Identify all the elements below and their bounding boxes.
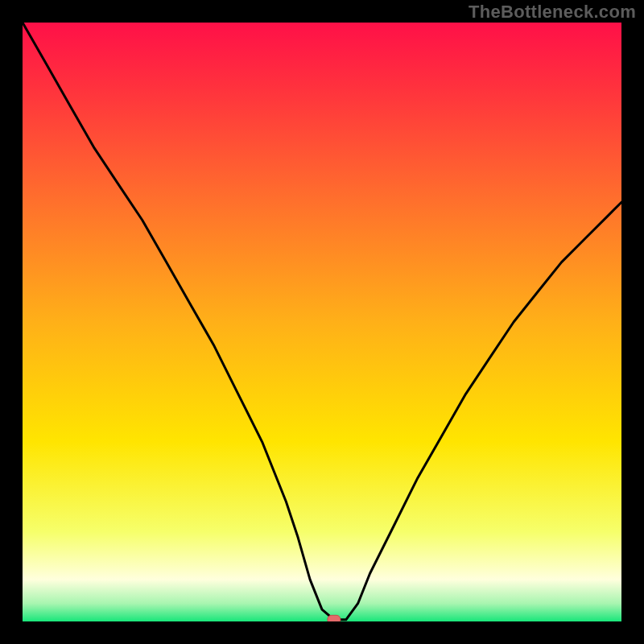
plot-area [23, 23, 621, 621]
gradient-background [23, 23, 621, 621]
watermark-text: TheBottleneck.com [469, 2, 636, 23]
optimal-point-marker [328, 615, 341, 621]
chart-svg [23, 23, 621, 621]
chart-frame: TheBottleneck.com [0, 0, 644, 644]
